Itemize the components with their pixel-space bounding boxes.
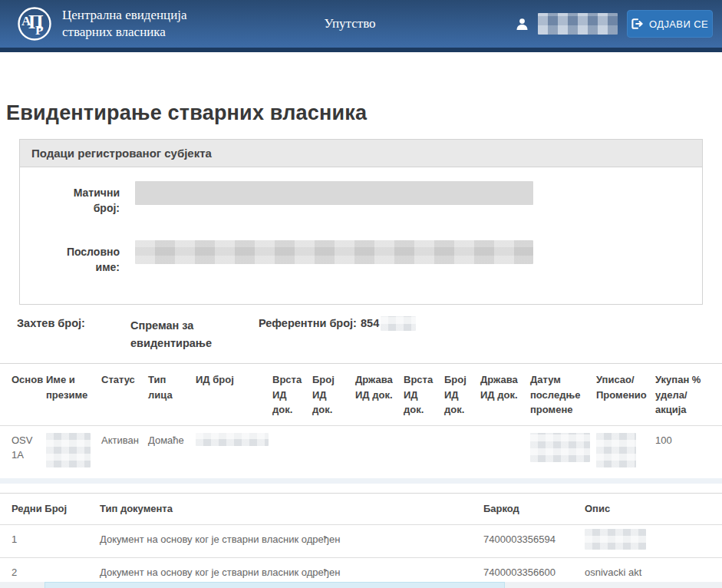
col-id-broj: ИД број	[196, 364, 272, 426]
owner-change-date-redacted	[530, 433, 590, 462]
owner-basis: OSV 1A	[0, 425, 46, 478]
col-upisao-promenio: Уписао/Променио	[596, 364, 655, 426]
owner-entity-type: Домаће	[148, 425, 196, 478]
brand-title-line1: Централна евиденција	[62, 7, 187, 24]
col-drzava-id-dok-2: Држава ИД док.	[480, 364, 530, 426]
col-datum-promene: Датум последње промене	[530, 364, 596, 426]
header-accent-bar	[0, 48, 722, 52]
nav-guide-link[interactable]: Упутство	[288, 16, 411, 31]
owner-total-share: 100	[655, 425, 722, 478]
reference-number-value: 854	[361, 317, 379, 329]
col-broj-id-dok-1: Број ИД док.	[312, 364, 355, 426]
col-tip-dokumenta: Тип документа	[100, 494, 483, 525]
col-broj-id-dok-2: Број ИД док.	[444, 364, 480, 426]
document-barcode: 7400003356594	[483, 524, 585, 558]
brand-title: Централна евиденција стварних власника	[62, 7, 187, 41]
owner-id-number-redacted	[196, 433, 269, 446]
document-type: Документ на основу ког је стварни власни…	[100, 524, 483, 558]
poslovno-ime-label: Пословно име:	[54, 240, 120, 276]
owner-name-redacted	[46, 433, 91, 467]
request-info-row: Захтев број: Спреман за евидентирање Реф…	[17, 317, 722, 352]
reference-number-redacted	[381, 316, 416, 331]
col-status: Статус	[101, 364, 148, 426]
logout-button-label: ОДЈАВИ СЕ	[649, 18, 708, 30]
maticni-broj-value-redacted	[135, 181, 533, 205]
document-row: 1 Документ на основу ког је стварни влас…	[0, 524, 722, 558]
col-vrsta-id-dok-1: Врста ИД док.	[272, 364, 312, 426]
page-title: Евидентирање стварних власника	[6, 101, 722, 125]
brand: А П Р Централна евиденција стварних влас…	[17, 6, 187, 41]
app-header: А П Р Централна евиденција стварних влас…	[0, 0, 722, 48]
col-udeo-akcija: Укупан % удела/акција	[655, 364, 722, 426]
col-redni-broj: Редни Број	[0, 494, 100, 525]
owners-table: Основ Име и презиме Статус Тип лица ИД б…	[0, 363, 722, 478]
logout-button[interactable]: ОДЈАВИ СЕ	[627, 10, 713, 38]
documents-table: Редни Број Тип документа Баркод Опис 1 Д…	[0, 493, 722, 587]
subject-panel-title: Подаци регистрованог субјекта	[20, 140, 702, 167]
brand-title-line2: стварних власника	[62, 24, 187, 41]
maticni-broj-label: Матични број:	[54, 181, 120, 216]
col-ime-prezime: Име и презиме	[46, 364, 101, 426]
document-ordinal: 1	[0, 524, 100, 558]
col-osnov: Основ	[0, 364, 46, 426]
field-row-maticni-broj: Матични број:	[20, 181, 702, 216]
col-opis: Опис	[585, 494, 722, 525]
request-status: Спреман за евидентирање	[130, 317, 234, 352]
user-icon	[516, 18, 529, 31]
col-tip-lica: Тип лица	[148, 364, 196, 426]
col-drzava-id-dok-1: Држава ИД док.	[355, 364, 404, 426]
documents-header-row: Редни Број Тип документа Баркод Опис	[0, 494, 722, 525]
username-redacted	[538, 13, 618, 35]
subject-panel: Подаци регистрованог субјекта Матични бр…	[19, 139, 703, 305]
owners-header-row: Основ Име и презиме Статус Тип лица ИД б…	[0, 364, 722, 426]
document-description-redacted	[585, 529, 646, 550]
col-barkod: Баркод	[483, 494, 585, 525]
reference-number-label: Референтни број:	[259, 317, 361, 352]
svg-text:Р: Р	[35, 23, 43, 38]
owners-table-footer-band	[0, 478, 722, 484]
logout-icon	[631, 18, 643, 29]
request-number-label: Захтев број:	[17, 317, 130, 352]
field-row-poslovno-ime: Пословно име:	[20, 240, 702, 276]
subject-panel-body: Матични број: Пословно име:	[20, 167, 702, 304]
poslovno-ime-value-redacted	[135, 240, 533, 264]
apr-logo-icon: А П Р	[17, 6, 52, 41]
col-vrsta-id-dok-2: Врста ИД док.	[404, 364, 444, 426]
owner-status: Активан	[101, 425, 148, 478]
footer-alert-bar	[45, 582, 505, 588]
owner-entered-by-redacted	[596, 433, 636, 467]
owner-row: OSV 1A Активан Домаће 100	[0, 425, 722, 478]
user-area: ОДЈАВИ СЕ	[516, 10, 713, 38]
